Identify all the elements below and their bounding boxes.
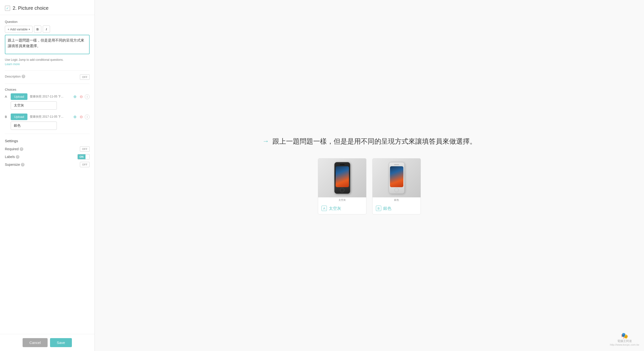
choice-card-b[interactable]: 銀色 B 銀色 (372, 158, 421, 214)
choices-label: Choices (5, 88, 90, 91)
check-icon: ✓ (5, 6, 10, 11)
img-label-a: 太空灰 (318, 197, 366, 203)
choice-input-a[interactable] (11, 101, 57, 110)
toolbar-row: + Add variable B I (5, 26, 90, 33)
supersize-toggle[interactable]: OFF (80, 162, 90, 167)
choice-card-label-a: A 太空灰 (318, 203, 366, 214)
phone-screen-dark (336, 166, 349, 187)
phone-screen-light (390, 166, 403, 187)
choice-letter-b: B (5, 115, 8, 119)
choice-card-image-a (318, 158, 366, 197)
info-choice-b-button[interactable]: i (85, 115, 90, 119)
bold-button[interactable]: B (34, 26, 41, 33)
settings-section: Settings Required ? OFF Labels ? ON (5, 139, 90, 167)
choice-input-b[interactable] (11, 122, 57, 130)
choice-letter-a: A (5, 95, 8, 99)
choice-card-label-b: B 銀色 (372, 203, 420, 214)
phone-dark-icon (334, 162, 350, 194)
choice-actions-a: ⊕ ⊖ i (72, 94, 90, 99)
question-label: Question (5, 20, 90, 24)
upload-button-b[interactable]: Upload (11, 114, 28, 120)
italic-button[interactable]: I (43, 26, 50, 33)
choice-card-a[interactable]: 太空灰 A 太空灰 (318, 158, 366, 214)
file-name-b: 螢幕快照 2017-11-05 下... (30, 115, 70, 119)
upload-button-a[interactable]: Upload (11, 93, 28, 100)
logic-hint: Use Logic Jump to add conditional questi… (5, 58, 90, 66)
supersize-row: Supersize ? OFF (5, 162, 90, 167)
description-help-icon[interactable]: ? (22, 75, 25, 78)
labels-toggle[interactable]: ON (78, 154, 90, 159)
description-label: Description ? (5, 75, 25, 78)
add-choice-b-button[interactable]: ⊕ (72, 114, 78, 120)
choice-badge-b: B (376, 206, 381, 211)
required-help-icon[interactable]: ? (20, 147, 23, 151)
settings-title: Settings (5, 139, 90, 143)
save-button[interactable]: Save (50, 338, 72, 347)
watermark: 🎭 電腦王阿達 http://www.kocpc.com.tw (610, 332, 639, 346)
choices-preview: 太空灰 A 太空灰 銀色 B 銀色 (318, 158, 421, 214)
required-toggle[interactable]: OFF (80, 146, 90, 152)
remove-choice-b-button[interactable]: ⊖ (78, 114, 84, 120)
choice-actions-b: ⊕ ⊖ i (72, 114, 90, 120)
info-choice-a-button[interactable]: i (85, 94, 90, 99)
preview-question: → 跟上一題問題一樣，但是是用不同的呈現方式來讓填答員來做選擇。 (262, 137, 476, 146)
choice-row-b: B Upload 螢幕快照 2017-11-05 下... ⊕ ⊖ i (5, 114, 90, 130)
cancel-button[interactable]: Cancel (22, 338, 48, 347)
watermark-text: 電腦王阿達 (610, 339, 639, 343)
img-label-b: 銀色 (372, 197, 420, 203)
labels-label: Labels ? (5, 155, 20, 159)
panel-body: Question + Add variable B I Use Logic Ju… (0, 15, 94, 334)
description-row: Description ? OFF (5, 74, 90, 80)
choice-header-b: B Upload 螢幕快照 2017-11-05 下... ⊕ ⊖ i (5, 114, 90, 120)
question-textarea[interactable] (5, 35, 90, 54)
panel-title: 2. Picture choice (13, 5, 48, 11)
watermark-logo: 🎭 (610, 332, 639, 339)
arrow-icon: → (262, 137, 269, 145)
supersize-help-icon[interactable]: ? (21, 163, 24, 167)
required-row: Required ? OFF (5, 146, 90, 152)
labels-row: Labels ? ON (5, 154, 90, 159)
remove-choice-a-button[interactable]: ⊖ (78, 94, 84, 99)
learn-more-link[interactable]: Learn more (5, 63, 20, 66)
choice-row-a: A Upload 螢幕快照 2017-11-05 下... ⊕ ⊖ i (5, 93, 90, 110)
choices-section: Choices A Upload 螢幕快照 2017-11-05 下... ⊕ … (5, 88, 90, 130)
labels-help-icon[interactable]: ? (16, 155, 20, 159)
panel-footer: Cancel Save (0, 334, 94, 351)
add-variable-button[interactable]: + Add variable (5, 26, 32, 33)
watermark-url: http://www.kocpc.com.tw (610, 343, 639, 346)
phone-light-icon (389, 162, 404, 194)
choice-header-a: A Upload 螢幕快照 2017-11-05 下... ⊕ ⊖ i (5, 93, 90, 100)
right-panel: → 跟上一題問題一樣，但是是用不同的呈現方式來讓填答員來做選擇。 太空灰 A 太… (95, 0, 644, 351)
panel-header: ✓ 2. Picture choice (0, 0, 94, 15)
choice-card-image-b (372, 158, 420, 197)
choice-badge-a: A (322, 206, 327, 211)
supersize-label: Supersize ? (5, 163, 24, 167)
left-panel: ✓ 2. Picture choice Question + Add varia… (0, 0, 95, 351)
file-name-a: 螢幕快照 2017-11-05 下... (30, 95, 70, 99)
add-choice-a-button[interactable]: ⊕ (72, 94, 78, 99)
description-toggle[interactable]: OFF (80, 74, 90, 80)
required-label: Required ? (5, 147, 23, 151)
